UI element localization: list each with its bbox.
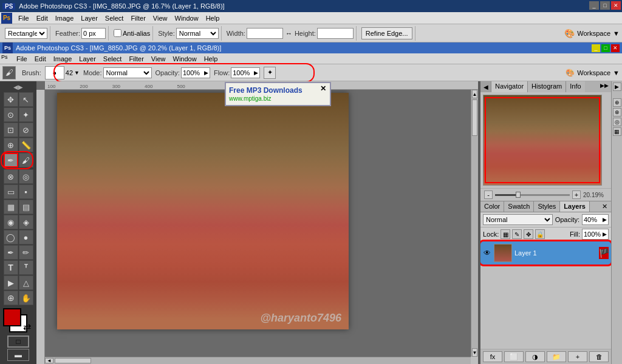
menu-edit[interactable]: Edit — [33, 13, 52, 23]
toolbox-collapse[interactable]: ◀▶ — [13, 84, 23, 90]
layers-panel-close[interactable]: ✕ — [598, 201, 611, 212]
refine-edge-btn[interactable]: Refine Edge... — [361, 27, 412, 39]
pen-tool[interactable]: ✒ — [4, 245, 18, 260]
scroll-down-btn[interactable]: ▼ — [472, 348, 477, 357]
measure-tool[interactable]: 📏 — [19, 138, 33, 152]
lock-image-btn[interactable]: ✎ — [512, 229, 522, 239]
nav-viewport-rect[interactable] — [485, 97, 600, 183]
zoom-tool[interactable]: ⊕ — [4, 291, 18, 305]
swap-colors[interactable]: ⇄ — [23, 321, 31, 332]
eraser-tool[interactable]: ▭ — [4, 184, 18, 199]
rt-tool-3[interactable]: ⊗ — [613, 108, 621, 116]
outer-close-btn[interactable]: ✕ — [611, 1, 621, 10]
new-adjustment-btn[interactable]: ◑ — [525, 351, 545, 362]
brush-preview[interactable]: ● — [45, 66, 64, 79]
navigator-tab[interactable]: Navigator — [491, 81, 528, 92]
crop-tool[interactable]: ⊡ — [4, 123, 18, 137]
width-input[interactable] — [247, 28, 283, 39]
inner-menu-window[interactable]: Window — [169, 54, 200, 64]
healing-tool[interactable]: ✒ — [4, 153, 18, 167]
standard-screen-mode[interactable]: □ — [7, 335, 29, 348]
blend-mode-select[interactable]: Normal Multiply — [483, 214, 553, 225]
outer-maximize-btn[interactable]: □ — [600, 1, 610, 10]
inner-menu-layer[interactable]: Layer — [75, 54, 100, 64]
new-layer-btn[interactable]: + — [568, 351, 587, 362]
opacity-box-layers[interactable]: 40% ▶ — [582, 214, 609, 225]
menu-file[interactable]: File — [15, 13, 33, 23]
brush-tool-btn[interactable]: 🖌 — [2, 66, 16, 79]
color-tab[interactable]: Color — [480, 201, 504, 212]
flow-value-box[interactable]: 100% ▶ — [231, 67, 260, 78]
layer-1-item[interactable]: 👁 Layer 1 🏴 — [480, 241, 611, 265]
new-group-btn[interactable]: 📁 — [547, 351, 566, 362]
inner-minimize-btn[interactable]: _ — [592, 44, 600, 52]
brush-picker[interactable]: ● 42 ▼ — [45, 66, 80, 79]
opacity-value-box[interactable]: 100% ▶ — [181, 67, 210, 78]
hand-tool[interactable]: ✋ — [19, 291, 33, 305]
inner-menu-view[interactable]: View — [148, 54, 169, 64]
lock-transparent-btn[interactable]: ▦ — [501, 229, 510, 239]
slice-tool[interactable]: ⊘ — [19, 123, 33, 137]
layers-tab[interactable]: Layers — [560, 201, 589, 212]
histogram-tab[interactable]: Histogram — [528, 81, 566, 92]
feather-input[interactable] — [81, 28, 106, 39]
swatch-tab[interactable]: Swatch — [504, 201, 534, 212]
color-swatches[interactable]: ⇄ — [3, 308, 33, 332]
scrollbar-h[interactable]: ◄ — [45, 357, 471, 364]
scroll-h-thumb[interactable] — [55, 358, 91, 363]
styles-tab[interactable]: Styles — [534, 201, 560, 212]
eyedropper-tool[interactable]: ⊕ — [4, 138, 18, 152]
canvas-viewport[interactable]: @haryanto7496 ▲ ▼ ◄ — [45, 90, 478, 364]
outer-minimize-btn[interactable]: _ — [589, 1, 599, 10]
menu-image[interactable]: Image — [52, 13, 78, 23]
menu-view[interactable]: View — [149, 13, 171, 23]
zoom-in-btn[interactable]: + — [572, 190, 581, 199]
airbrush-btn[interactable]: ✦ — [264, 67, 276, 79]
add-mask-btn[interactable]: ⬜ — [504, 351, 524, 362]
inner-menu-select[interactable]: Select — [100, 54, 126, 64]
lock-all-btn[interactable]: 🔒 — [535, 229, 545, 239]
rt-tool-2[interactable]: ⊕ — [613, 98, 621, 107]
inner-close-btn[interactable]: ✕ — [611, 44, 620, 52]
lasso-tool[interactable]: ⊙ — [4, 107, 18, 122]
navigator-options-btn[interactable]: ▶▶ — [598, 81, 611, 92]
inner-menu-edit[interactable]: Edit — [31, 54, 50, 64]
scrollbar-v[interactable]: ▲ ▼ — [471, 90, 478, 357]
zoom-slider-thumb[interactable] — [516, 192, 521, 198]
scroll-v-thumb[interactable] — [472, 99, 477, 136]
delete-layer-btn[interactable]: 🗑 — [589, 351, 609, 362]
menu-layer[interactable]: Layer — [77, 13, 101, 23]
brush-tool[interactable]: 🖌 — [19, 153, 33, 167]
gradient-tool[interactable]: ▦ — [4, 200, 18, 214]
antialias-label[interactable]: Anti-alias — [114, 29, 150, 37]
menu-help[interactable]: Help — [202, 13, 224, 23]
inner-menu-help[interactable]: Help — [200, 54, 222, 64]
antialias-checkbox[interactable] — [114, 29, 121, 37]
dodge-tool[interactable]: ◯ — [4, 230, 18, 244]
bg-eraser-tool[interactable]: ▪ — [19, 184, 33, 199]
rt-tool-4[interactable]: ◎ — [613, 118, 621, 126]
freeform-pen-tool[interactable]: ✏ — [19, 245, 33, 260]
path-select-tool[interactable]: ▶ — [4, 275, 18, 290]
burn-tool[interactable]: ● — [19, 230, 33, 244]
full-screen-mode[interactable]: ▬ — [7, 349, 29, 361]
rt-tool-5[interactable]: ▦ — [613, 127, 621, 136]
style-select[interactable]: Normal Fixed Ratio — [176, 28, 219, 39]
menu-select[interactable]: Select — [101, 13, 128, 23]
scroll-up-btn[interactable]: ▲ — [472, 90, 477, 98]
inner-maximize-btn[interactable]: □ — [601, 44, 610, 52]
add-style-btn[interactable]: fx — [483, 351, 502, 362]
sharpen-tool[interactable]: ◈ — [19, 215, 33, 229]
zoom-slider[interactable] — [495, 194, 570, 196]
layer-visibility-eye[interactable]: 👁 — [483, 249, 491, 257]
select-tool[interactable]: ↖ — [19, 92, 33, 107]
rt-tool-1[interactable]: ▶ — [613, 83, 621, 91]
history-brush-tool[interactable]: ◎ — [19, 169, 33, 184]
inner-menu-filter[interactable]: Filter — [125, 54, 147, 64]
info-tab[interactable]: Info — [566, 81, 584, 92]
fill-box[interactable]: 100% ▶ — [582, 229, 609, 240]
inner-menu-file[interactable]: File — [13, 54, 31, 64]
menu-filter[interactable]: Filter — [127, 13, 149, 23]
lock-position-btn[interactable]: ✥ — [524, 229, 533, 239]
text-tool[interactable]: T — [4, 260, 18, 275]
